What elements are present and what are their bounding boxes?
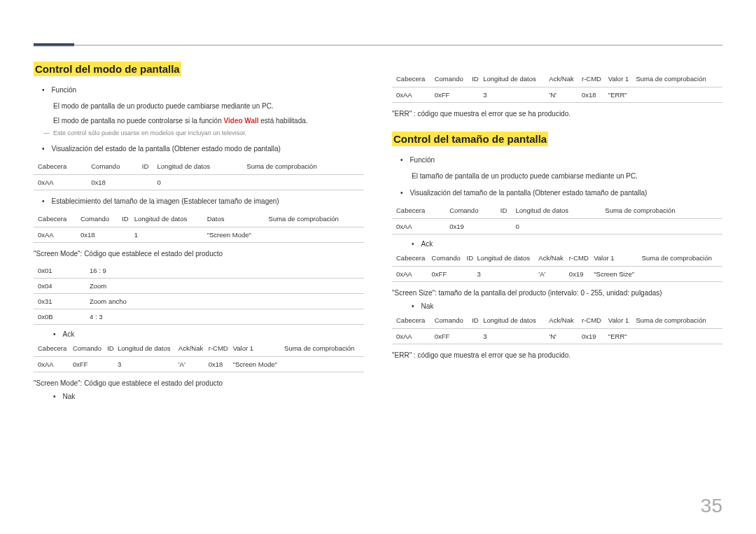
td — [605, 219, 722, 234]
th: Valor 1 — [594, 251, 641, 267]
td — [500, 219, 516, 234]
th: Ack/Nak — [178, 341, 209, 357]
td: 0xFF — [432, 267, 467, 282]
func-desc-1: El modo de pantalla de un producto puede… — [53, 100, 364, 112]
td: 0x01 — [34, 263, 90, 279]
th: Comando — [91, 159, 142, 175]
td: 'A' — [538, 267, 569, 282]
th: Cabecera — [34, 211, 80, 227]
bullet-dot: • — [400, 155, 403, 166]
th: ID — [472, 313, 483, 329]
td: 0x0B — [34, 309, 90, 325]
th: Comando — [73, 341, 107, 357]
table-6: Cabecera Comando ID Longitud de datos Su… — [392, 203, 722, 234]
ack-label-r: Ack — [421, 240, 433, 248]
func-desc-2: El modo de pantalla no puede controlarse… — [53, 115, 364, 127]
ack-label: Ack — [63, 330, 75, 338]
bullet-dot: • — [400, 188, 403, 199]
td — [107, 357, 118, 372]
td: 0xFF — [435, 329, 472, 344]
td: "ERR" — [608, 87, 636, 103]
viewstate-label: Visualización del estado de la pantalla … — [52, 143, 281, 155]
td — [472, 329, 483, 344]
td: 'A' — [178, 357, 209, 372]
td: 0 — [158, 175, 247, 190]
bullet-viewstate-r: • Visualización del tamaño de la pantall… — [400, 188, 722, 199]
bullet-ack-r: • Ack — [412, 240, 722, 248]
th: ID — [472, 71, 483, 87]
td: "ERR" — [608, 329, 636, 344]
th: Cabecera — [392, 313, 435, 329]
err-desc: "ERR" : código que muestra el error que … — [392, 108, 722, 119]
th: Longitud de datos — [477, 251, 538, 267]
bullet-setsize: • Establecimiento del tamaño de la image… — [42, 196, 364, 207]
table-5: Cabecera Comando ID Longitud de datos Ac… — [392, 71, 722, 103]
td: "Screen Mode" — [233, 357, 284, 372]
bullet-nak-r: • Nak — [412, 302, 722, 310]
td: 3 — [483, 87, 549, 103]
page-content: Control del modo de pantalla • Función E… — [0, 0, 756, 403]
td: 0x19 — [449, 219, 500, 234]
th: Ack/Nak — [538, 251, 569, 267]
td: 'N' — [549, 329, 582, 344]
th: ID — [122, 211, 134, 227]
tv-note: Este control sólo puede usarse en modelo… — [53, 129, 364, 136]
td: 3 — [477, 267, 538, 282]
th: Longitud de datos — [483, 71, 549, 87]
td: Zoom — [90, 279, 364, 294]
screen-mode-desc-2: "Screen Mode": Código que establece el e… — [34, 378, 364, 388]
bullet-dot: • — [42, 85, 45, 96]
header-divider — [34, 45, 722, 45]
th: Comando — [80, 211, 122, 227]
td: 0xAA — [34, 357, 73, 372]
td — [467, 267, 477, 282]
th: Cabecera — [392, 203, 449, 219]
td: Zoom ancho — [90, 294, 364, 309]
video-wall-highlight: Video Wall — [224, 117, 259, 125]
bullet-dot: • — [53, 393, 56, 400]
th: Longitud de datos — [158, 159, 247, 175]
td — [472, 87, 483, 103]
td — [642, 267, 722, 282]
td: 0x04 — [34, 279, 90, 294]
bullet-funcion-r: • Función — [400, 155, 722, 166]
td: 3 — [118, 357, 178, 372]
td: 0x31 — [34, 294, 90, 309]
th: ID — [500, 203, 516, 219]
th: Ack/Nak — [549, 313, 582, 329]
th: Suma de comprobación — [605, 203, 722, 219]
func-label: Función — [52, 85, 77, 96]
bullet-viewstate: • Visualización del estado de la pantall… — [42, 143, 364, 155]
viewstate-label-r: Visualización del tamaño de la pantalla … — [410, 188, 648, 199]
th: Comando — [432, 251, 467, 267]
th: r-CMD — [569, 251, 594, 267]
bullet-ack: • Ack — [53, 330, 364, 338]
nak-label-r: Nak — [421, 302, 434, 310]
td: "Screen Mode" — [207, 227, 269, 243]
left-column: Control del modo de pantalla • Función E… — [34, 42, 364, 403]
th: r-CMD — [582, 71, 608, 87]
th: ID — [142, 159, 158, 175]
td — [269, 227, 364, 243]
td: 0xFF — [73, 357, 107, 372]
td — [122, 227, 134, 243]
th: Longitud de datos — [483, 313, 549, 329]
th: r-CMD — [582, 313, 608, 329]
th: Cabecera — [392, 251, 432, 267]
th: Suma de comprobación — [284, 341, 364, 357]
th: Ack/Nak — [549, 71, 582, 87]
td: 0x18 — [91, 175, 142, 190]
td — [246, 175, 364, 190]
th: Comando — [435, 71, 472, 87]
th: Suma de comprobación — [269, 211, 364, 227]
screen-mode-desc: "Screen Mode": Código que establece el e… — [34, 248, 364, 259]
section-title-screen-size: Control del tamaño de pantalla — [392, 132, 548, 146]
td: 0x18 — [582, 87, 608, 103]
td — [636, 87, 722, 103]
td: 0xAA — [392, 219, 449, 234]
td: 0x18 — [209, 357, 233, 372]
td: 0x19 — [582, 329, 608, 344]
td — [636, 329, 722, 344]
th: Datos — [207, 211, 269, 227]
func-2a: El modo de pantalla no puede controlarse… — [53, 117, 224, 125]
